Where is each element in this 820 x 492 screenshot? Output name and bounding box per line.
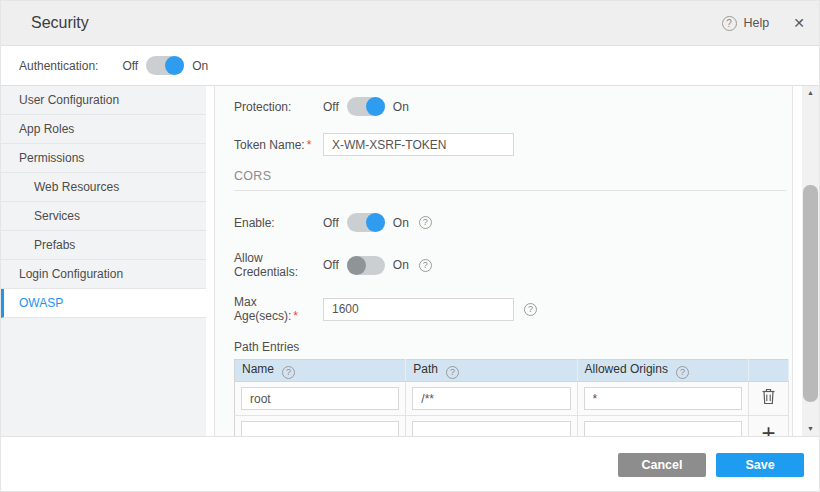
enable-row: Enable: Off On ? — [234, 213, 786, 232]
path-entries-title: Path Entries — [234, 340, 786, 354]
sidebar-item-owasp[interactable]: OWASP — [1, 289, 206, 318]
new-path-input[interactable] — [412, 421, 570, 436]
sidebar-item-label: Services — [34, 209, 80, 223]
protection-toggle[interactable] — [347, 97, 385, 116]
path-entries-table: Name? Path? Allowed Origins? — [234, 359, 789, 436]
sidebar-item-label: Permissions — [19, 151, 84, 165]
path-help-icon[interactable]: ? — [446, 366, 459, 379]
path-cell — [406, 416, 577, 437]
token-name-label: Token Name:* — [234, 138, 323, 152]
row-actions-cell — [748, 382, 788, 416]
max-age-input[interactable] — [323, 298, 514, 321]
content-scrollbar-gap — [793, 86, 802, 436]
sidebar-item-label: OWASP — [19, 296, 63, 310]
trash-icon — [761, 388, 776, 405]
column-label: Path — [413, 362, 438, 376]
cors-divider — [234, 190, 786, 191]
allow-credentials-off-label: Off — [323, 258, 339, 272]
toggle-knob — [366, 213, 385, 232]
max-age-help-icon[interactable]: ? — [524, 303, 537, 316]
token-name-input[interactable] — [323, 133, 514, 156]
row-origins-input[interactable] — [584, 387, 742, 410]
sidebar-item-user-configuration[interactable]: User Configuration — [1, 86, 206, 115]
save-button[interactable]: Save — [716, 453, 804, 477]
label-text: Token Name: — [234, 138, 305, 152]
close-icon[interactable]: ✕ — [793, 16, 805, 30]
required-mark: * — [307, 138, 312, 152]
scroll-up-icon[interactable]: ▲ — [802, 86, 819, 100]
title-bar: Security ? Help ✕ — [1, 1, 819, 46]
allowed-origins-help-icon[interactable]: ? — [676, 366, 689, 379]
sidebar-item-prefabs[interactable]: Prefabs — [1, 231, 206, 260]
table-row-new: + — [235, 416, 789, 437]
authentication-toggle[interactable] — [146, 56, 184, 75]
sidebar-item-services[interactable]: Services — [1, 202, 206, 231]
vertical-scrollbar[interactable]: ▲ ▼ — [802, 86, 819, 436]
toggle-knob — [366, 97, 385, 116]
column-header-path: Path? — [406, 360, 577, 382]
allow-credentials-row: Allow Credentials: Off On ? — [234, 251, 786, 279]
origins-cell — [577, 416, 748, 437]
required-mark: * — [293, 309, 298, 323]
scroll-down-icon[interactable]: ▼ — [802, 422, 819, 436]
enable-off-label: Off — [323, 216, 339, 230]
name-help-icon[interactable]: ? — [282, 366, 295, 379]
protection-row: Protection: Off On — [234, 97, 786, 116]
help-button[interactable]: ? Help — [722, 16, 770, 31]
sidebar-item-label: Prefabs — [34, 238, 75, 252]
protection-label: Protection: — [234, 100, 323, 114]
authentication-bar: Authentication: Off On — [1, 46, 819, 86]
column-header-name: Name? — [235, 360, 406, 382]
sidebar-item-label: Login Configuration — [19, 267, 123, 281]
allow-credentials-toggle[interactable] — [347, 256, 385, 275]
sidebar-item-permissions[interactable]: Permissions — [1, 144, 206, 173]
cancel-button[interactable]: Cancel — [618, 453, 706, 477]
authentication-label: Authentication: — [19, 59, 98, 73]
column-header-allowed-origins: Allowed Origins? — [577, 360, 748, 382]
column-label: Allowed Origins — [585, 362, 668, 376]
allow-credentials-help-icon[interactable]: ? — [419, 259, 432, 272]
help-icon: ? — [722, 16, 737, 31]
enable-toggle[interactable] — [347, 213, 385, 232]
scrollbar-thumb[interactable] — [803, 185, 818, 402]
toggle-knob — [347, 256, 366, 275]
table-row — [235, 382, 789, 416]
name-cell — [235, 382, 406, 416]
page-title: Security — [31, 14, 89, 32]
sidebar-item-label: User Configuration — [19, 93, 119, 107]
sidebar-item-app-roles[interactable]: App Roles — [1, 115, 206, 144]
sidebar-item-web-resources[interactable]: Web Resources — [1, 173, 206, 202]
dialog-body: User Configuration App Roles Permissions… — [1, 86, 819, 437]
security-dialog: Security ? Help ✕ Authentication: Off On… — [0, 0, 820, 492]
enable-on-label: On — [393, 216, 409, 230]
sidebar-item-label: App Roles — [19, 122, 74, 136]
allow-credentials-label: Allow Credentials: — [234, 251, 323, 279]
name-cell — [235, 416, 406, 437]
label-text: Max Age(secs): — [234, 295, 291, 323]
table-header-row: Name? Path? Allowed Origins? — [235, 360, 789, 382]
sidebar-item-label: Web Resources — [34, 180, 119, 194]
new-name-input[interactable] — [241, 421, 399, 436]
sidebar-item-login-configuration[interactable]: Login Configuration — [1, 260, 206, 289]
footer-bar: Cancel Save — [1, 437, 819, 492]
sidebar-content-divider — [206, 86, 215, 436]
token-name-row: Token Name:* — [234, 133, 786, 156]
add-row-button[interactable]: + — [761, 419, 775, 437]
row-path-input[interactable] — [412, 387, 570, 410]
new-origins-input[interactable] — [584, 421, 742, 436]
enable-help-icon[interactable]: ? — [419, 216, 432, 229]
delete-row-button[interactable] — [761, 388, 776, 405]
help-label: Help — [744, 16, 770, 30]
owasp-panel: Protection: Off On Token Name:* CORS Ena… — [215, 86, 793, 436]
sidebar: User Configuration App Roles Permissions… — [1, 86, 206, 436]
allow-credentials-on-label: On — [393, 258, 409, 272]
max-age-label: Max Age(secs):* — [234, 295, 323, 323]
row-name-input[interactable] — [241, 387, 399, 410]
column-header-actions — [748, 360, 788, 382]
protection-off-label: Off — [323, 100, 339, 114]
origins-cell — [577, 382, 748, 416]
authentication-off-label: Off — [122, 59, 138, 73]
authentication-on-label: On — [192, 59, 208, 73]
column-label: Name — [242, 362, 274, 376]
enable-label: Enable: — [234, 216, 323, 230]
